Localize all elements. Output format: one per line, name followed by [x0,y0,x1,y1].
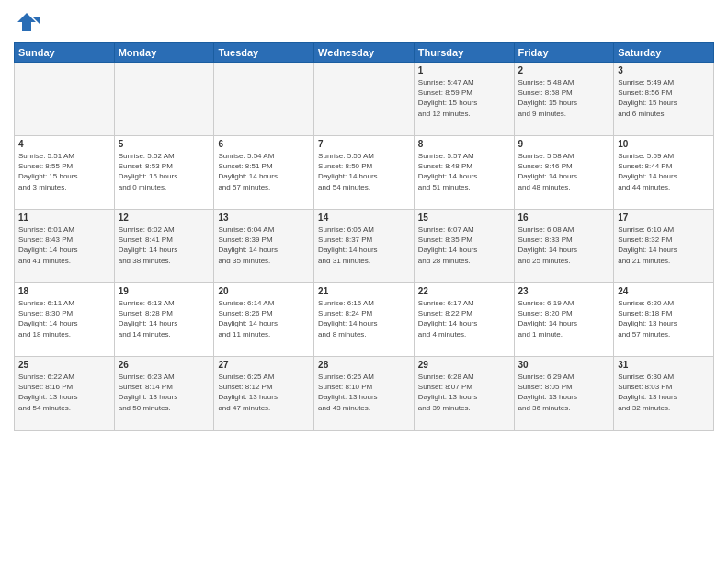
calendar-cell: 25Sunrise: 6:22 AMSunset: 8:16 PMDayligh… [15,357,115,431]
day-number: 24 [618,286,710,296]
day-info: Sunrise: 6:20 AMSunset: 8:18 PMDaylight:… [618,298,710,339]
day-number: 7 [318,139,410,149]
calendar-cell: 30Sunrise: 6:29 AMSunset: 8:05 PMDayligh… [514,357,614,431]
calendar-cell: 2Sunrise: 5:48 AMSunset: 8:58 PMDaylight… [514,63,614,136]
calendar-cell: 8Sunrise: 5:57 AMSunset: 8:48 PMDaylight… [414,136,514,210]
calendar-cell: 9Sunrise: 5:58 AMSunset: 8:46 PMDaylight… [514,136,614,210]
day-number: 5 [119,139,210,149]
calendar-cell: 31Sunrise: 6:30 AMSunset: 8:03 PMDayligh… [614,357,714,431]
day-header-monday: Monday [114,43,214,63]
day-info: Sunrise: 5:54 AMSunset: 8:51 PMDaylight:… [218,151,310,192]
day-info: Sunrise: 6:02 AMSunset: 8:41 PMDaylight:… [119,224,210,266]
calendar-cell [114,63,214,136]
calendar-cell: 23Sunrise: 6:19 AMSunset: 8:20 PMDayligh… [514,283,614,357]
day-number: 13 [218,213,310,223]
day-info: Sunrise: 5:55 AMSunset: 8:50 PMDaylight:… [318,151,410,192]
header-row: SundayMondayTuesdayWednesdayThursdayFrid… [15,43,714,63]
calendar-table: SundayMondayTuesdayWednesdayThursdayFrid… [14,42,714,431]
day-info: Sunrise: 6:04 AMSunset: 8:39 PMDaylight:… [218,224,310,266]
calendar-cell: 24Sunrise: 6:20 AMSunset: 8:18 PMDayligh… [614,283,714,357]
day-info: Sunrise: 6:07 AMSunset: 8:35 PMDaylight:… [418,224,510,266]
day-number: 30 [518,360,610,370]
day-info: Sunrise: 5:49 AMSunset: 8:56 PMDaylight:… [618,77,710,119]
calendar-cell: 29Sunrise: 6:28 AMSunset: 8:07 PMDayligh… [414,357,514,431]
calendar-cell: 4Sunrise: 5:51 AMSunset: 8:55 PMDaylight… [15,136,115,210]
day-number: 2 [518,65,610,75]
day-number: 4 [18,139,110,149]
day-info: Sunrise: 6:16 AMSunset: 8:24 PMDaylight:… [318,298,410,339]
day-info: Sunrise: 6:10 AMSunset: 8:32 PMDaylight:… [618,224,710,266]
day-number: 9 [518,139,610,149]
calendar-cell [15,63,115,136]
calendar-cell: 11Sunrise: 6:01 AMSunset: 8:43 PMDayligh… [15,210,115,283]
day-info: Sunrise: 6:01 AMSunset: 8:43 PMDaylight:… [18,224,110,266]
day-number: 28 [318,360,410,370]
day-header-saturday: Saturday [614,43,714,63]
week-row-5: 25Sunrise: 6:22 AMSunset: 8:16 PMDayligh… [15,357,714,431]
calendar-cell: 17Sunrise: 6:10 AMSunset: 8:32 PMDayligh… [614,210,714,283]
calendar-cell: 1Sunrise: 5:47 AMSunset: 8:59 PMDaylight… [414,63,514,136]
day-info: Sunrise: 6:05 AMSunset: 8:37 PMDaylight:… [318,224,410,266]
day-number: 20 [218,286,310,296]
calendar-cell: 16Sunrise: 6:08 AMSunset: 8:33 PMDayligh… [514,210,614,283]
day-number: 17 [618,213,710,223]
calendar-cell: 15Sunrise: 6:07 AMSunset: 8:35 PMDayligh… [414,210,514,283]
logo [14,9,43,35]
day-info: Sunrise: 6:22 AMSunset: 8:16 PMDaylight:… [18,372,110,413]
calendar-cell [214,63,314,136]
day-info: Sunrise: 6:17 AMSunset: 8:22 PMDaylight:… [418,298,510,339]
header [14,9,714,35]
day-header-thursday: Thursday [414,43,514,63]
day-info: Sunrise: 5:48 AMSunset: 8:58 PMDaylight:… [518,77,610,119]
day-info: Sunrise: 6:25 AMSunset: 8:12 PMDaylight:… [218,372,310,413]
day-info: Sunrise: 6:29 AMSunset: 8:05 PMDaylight:… [518,372,610,413]
day-info: Sunrise: 6:23 AMSunset: 8:14 PMDaylight:… [119,372,210,413]
day-info: Sunrise: 5:59 AMSunset: 8:44 PMDaylight:… [618,151,710,192]
week-row-1: 1Sunrise: 5:47 AMSunset: 8:59 PMDaylight… [15,63,714,136]
day-info: Sunrise: 6:30 AMSunset: 8:03 PMDaylight:… [618,372,710,413]
main-container: SundayMondayTuesdayWednesdayThursdayFrid… [0,0,728,563]
day-info: Sunrise: 6:26 AMSunset: 8:10 PMDaylight:… [318,372,410,413]
day-number: 15 [418,213,510,223]
calendar-cell: 10Sunrise: 5:59 AMSunset: 8:44 PMDayligh… [614,136,714,210]
day-number: 14 [318,213,410,223]
day-number: 26 [119,360,210,370]
day-info: Sunrise: 6:11 AMSunset: 8:30 PMDaylight:… [18,298,110,339]
day-number: 22 [418,286,510,296]
calendar-cell: 18Sunrise: 6:11 AMSunset: 8:30 PMDayligh… [15,283,115,357]
day-number: 1 [418,65,510,75]
week-row-4: 18Sunrise: 6:11 AMSunset: 8:30 PMDayligh… [15,283,714,357]
day-number: 16 [518,213,610,223]
day-number: 27 [218,360,310,370]
day-header-wednesday: Wednesday [314,43,415,63]
day-number: 8 [418,139,510,149]
day-number: 18 [18,286,110,296]
week-row-2: 4Sunrise: 5:51 AMSunset: 8:55 PMDaylight… [15,136,714,210]
calendar-cell: 27Sunrise: 6:25 AMSunset: 8:12 PMDayligh… [214,357,314,431]
calendar-cell: 21Sunrise: 6:16 AMSunset: 8:24 PMDayligh… [314,283,415,357]
calendar-cell: 12Sunrise: 6:02 AMSunset: 8:41 PMDayligh… [114,210,214,283]
calendar-cell: 26Sunrise: 6:23 AMSunset: 8:14 PMDayligh… [114,357,214,431]
day-header-friday: Friday [514,43,614,63]
week-row-3: 11Sunrise: 6:01 AMSunset: 8:43 PMDayligh… [15,210,714,283]
day-number: 31 [618,360,710,370]
day-number: 21 [318,286,410,296]
day-info: Sunrise: 5:57 AMSunset: 8:48 PMDaylight:… [418,151,510,192]
day-number: 29 [418,360,510,370]
calendar-cell: 6Sunrise: 5:54 AMSunset: 8:51 PMDaylight… [214,136,314,210]
day-number: 19 [119,286,210,296]
day-number: 3 [618,65,710,75]
calendar-cell: 14Sunrise: 6:05 AMSunset: 8:37 PMDayligh… [314,210,415,283]
day-info: Sunrise: 5:51 AMSunset: 8:55 PMDaylight:… [18,151,110,192]
day-info: Sunrise: 5:52 AMSunset: 8:53 PMDaylight:… [119,151,210,192]
calendar-cell: 3Sunrise: 5:49 AMSunset: 8:56 PMDaylight… [614,63,714,136]
day-info: Sunrise: 6:28 AMSunset: 8:07 PMDaylight:… [418,372,510,413]
day-info: Sunrise: 6:19 AMSunset: 8:20 PMDaylight:… [518,298,610,339]
calendar-cell: 22Sunrise: 6:17 AMSunset: 8:22 PMDayligh… [414,283,514,357]
calendar-cell: 19Sunrise: 6:13 AMSunset: 8:28 PMDayligh… [114,283,214,357]
calendar-cell: 5Sunrise: 5:52 AMSunset: 8:53 PMDaylight… [114,136,214,210]
logo-icon [14,9,40,35]
calendar-cell: 13Sunrise: 6:04 AMSunset: 8:39 PMDayligh… [214,210,314,283]
calendar-cell: 20Sunrise: 6:14 AMSunset: 8:26 PMDayligh… [214,283,314,357]
day-number: 25 [18,360,110,370]
